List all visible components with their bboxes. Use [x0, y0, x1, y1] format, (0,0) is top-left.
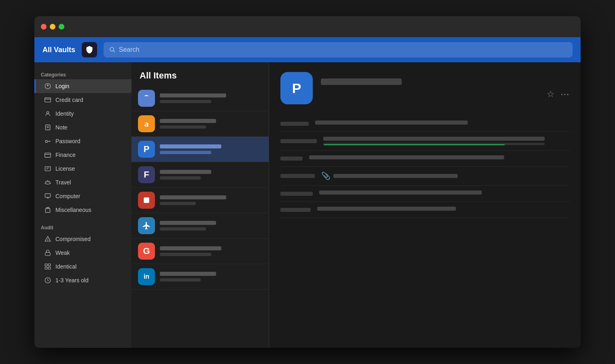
- sidebar-item-identity[interactable]: Identity: [34, 107, 131, 121]
- sidebar: Categories Login Credit card: [34, 62, 131, 348]
- travel-icon: [44, 179, 51, 186]
- item-text: [160, 272, 262, 281]
- item-text: [160, 221, 262, 231]
- list-item[interactable]: [131, 213, 269, 239]
- item-text: [160, 119, 262, 129]
- password-strength-track: [323, 143, 545, 145]
- sidebar-item-password[interactable]: Password: [34, 134, 131, 148]
- svg-rect-2: [45, 98, 51, 102]
- item-icon: a: [138, 115, 155, 132]
- item-sub-bar: [160, 100, 211, 103]
- app-window: All Vaults Categories: [34, 16, 581, 348]
- list-item[interactable]: a: [131, 111, 269, 137]
- sidebar-item-weak[interactable]: Weak: [34, 246, 131, 260]
- svg-rect-22: [45, 264, 47, 266]
- misc-icon: [44, 206, 51, 214]
- favorite-button[interactable]: ☆: [547, 89, 555, 99]
- detail-title-bar: [321, 78, 402, 85]
- detail-title-area: ☆ ⋯: [321, 72, 569, 99]
- list-item[interactable]: [131, 188, 269, 213]
- detail-field-row: [280, 150, 569, 167]
- search-icon: [109, 47, 116, 53]
- header-bar: All Vaults: [34, 37, 581, 62]
- weak-icon: [44, 249, 51, 256]
- categories-label: Categories: [34, 69, 131, 79]
- field-value: [317, 207, 569, 213]
- sidebar-item-compromised[interactable]: Compromised: [34, 232, 131, 246]
- field-label: [280, 157, 303, 161]
- item-icon: [138, 90, 155, 107]
- list-item[interactable]: [131, 86, 269, 111]
- svg-rect-20: [45, 252, 50, 255]
- svg-point-8: [45, 140, 47, 142]
- old-icon: [44, 277, 51, 284]
- detail-app-icon: P: [280, 72, 313, 104]
- sidebar-item-old[interactable]: 1-3 Years old: [34, 273, 131, 287]
- identity-label: Identity: [55, 110, 74, 117]
- item-icon: G: [138, 243, 155, 260]
- item-name-bar: [160, 119, 216, 123]
- detail-fields: 📎: [280, 116, 569, 218]
- list-item[interactable]: P: [131, 137, 269, 162]
- identity-icon: [44, 110, 51, 117]
- password-icon: [44, 138, 51, 145]
- all-vaults-title[interactable]: All Vaults: [42, 46, 75, 54]
- items-panel-title: All Items: [131, 62, 269, 86]
- audit-label: Audit: [34, 222, 131, 232]
- sidebar-item-credit-card[interactable]: Credit card: [34, 93, 131, 107]
- item-name-bar: [160, 246, 221, 250]
- sidebar-item-miscellaneous[interactable]: Miscellaneous: [34, 203, 131, 217]
- titlebar: [34, 16, 581, 37]
- svg-point-19: [48, 240, 48, 241]
- compromised-icon: [44, 235, 51, 243]
- list-item[interactable]: G: [131, 239, 269, 264]
- svg-rect-17: [45, 209, 50, 213]
- attachment-icon: 📎: [321, 171, 330, 180]
- field-label: [280, 139, 317, 143]
- license-icon: [44, 165, 51, 172]
- login-icon: [44, 83, 51, 90]
- password-strength-fill: [323, 144, 505, 145]
- sidebar-item-travel[interactable]: Travel: [34, 176, 131, 189]
- field-value: [309, 155, 569, 161]
- item-name-bar: [160, 93, 226, 97]
- list-item[interactable]: F: [131, 162, 269, 188]
- old-label: 1-3 Years old: [55, 277, 89, 284]
- license-label: License: [55, 165, 75, 172]
- sidebar-item-computer[interactable]: Computer: [34, 189, 131, 203]
- field-value: [315, 121, 569, 127]
- login-label: Login: [55, 83, 69, 89]
- item-text: [160, 93, 262, 103]
- more-button[interactable]: ⋯: [560, 89, 569, 99]
- item-icon: P: [138, 141, 155, 158]
- field-label: [280, 208, 311, 212]
- svg-line-21: [46, 252, 47, 252]
- sidebar-item-identical[interactable]: Identical: [34, 260, 131, 273]
- svg-rect-14: [45, 194, 50, 197]
- computer-icon: [44, 193, 51, 200]
- sidebar-item-login[interactable]: Login: [34, 79, 131, 93]
- minimize-button[interactable]: [50, 24, 55, 30]
- search-input[interactable]: [119, 46, 567, 53]
- item-sub-bar: [160, 176, 201, 180]
- close-button[interactable]: [41, 24, 47, 30]
- item-icon: [138, 217, 155, 234]
- search-container[interactable]: [104, 42, 573, 57]
- items-panel: All Items a: [131, 62, 269, 348]
- identical-label: Identical: [55, 263, 76, 270]
- item-text: [160, 144, 262, 154]
- item-name-bar: [160, 221, 216, 225]
- detail-field-row: [280, 186, 569, 202]
- vault-icon[interactable]: [82, 42, 97, 57]
- sidebar-item-finance[interactable]: Finance: [34, 148, 131, 162]
- sidebar-item-note[interactable]: Note: [34, 121, 131, 134]
- maximize-button[interactable]: [59, 24, 64, 30]
- misc-label: Miscellaneous: [55, 207, 91, 213]
- list-item[interactable]: in: [131, 264, 269, 290]
- item-name-bar: [160, 272, 216, 276]
- svg-rect-25: [48, 267, 50, 269]
- item-name-bar: [160, 195, 226, 199]
- compromised-label: Compromised: [55, 236, 91, 242]
- detail-field-row: [280, 132, 569, 150]
- sidebar-item-license[interactable]: License: [34, 162, 131, 176]
